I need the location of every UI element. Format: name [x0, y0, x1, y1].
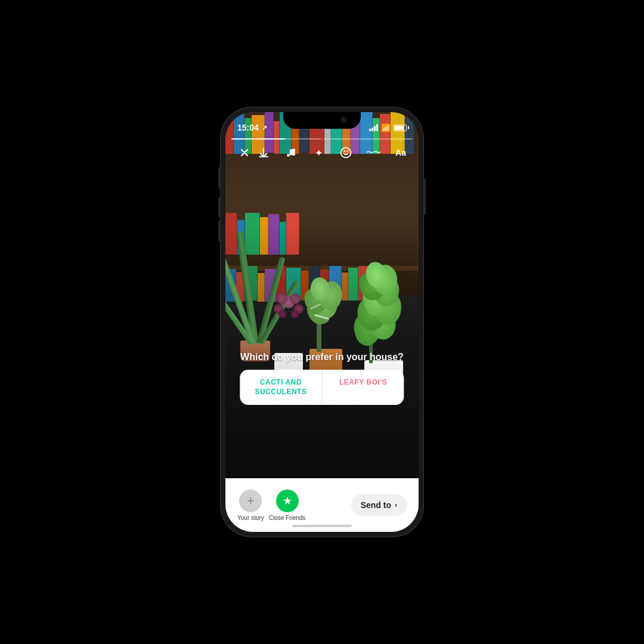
story-toolbar: ✦ 〜〜 Aa: [225, 138, 419, 167]
poll-option-1[interactable]: CACTI AND SUCCULENTS: [240, 370, 322, 405]
download-button[interactable]: [254, 143, 273, 162]
wifi-icon: 📶: [381, 123, 391, 132]
bottom-bar: + Your story ★ Close Friends Send to: [225, 478, 419, 532]
location-arrow-icon: ↗: [262, 124, 267, 132]
front-camera: [340, 117, 346, 123]
story-options: + Your story ★ Close Friends: [237, 490, 305, 521]
send-to-arrow-icon: ›: [395, 501, 397, 509]
status-time: 15:04: [237, 123, 259, 132]
your-story-option[interactable]: + Your story: [237, 490, 264, 521]
svg-point-1: [287, 154, 290, 157]
svg-point-3: [341, 148, 351, 158]
emoji-button[interactable]: [336, 143, 355, 162]
phone-device: 15:04 ↗ 📶: [221, 107, 423, 537]
status-icons: 📶: [369, 123, 407, 132]
music-button[interactable]: [281, 143, 301, 162]
your-story-avatar: +: [239, 490, 262, 512]
poll-widget: Which do you prefer in your house? CACTI…: [240, 351, 404, 405]
squiggle-button[interactable]: 〜〜: [364, 143, 383, 162]
poll-question: Which do you prefer in your house?: [240, 351, 404, 364]
story-area: ✦ 〜〜 Aa: [225, 112, 419, 478]
svg-point-2: [292, 153, 295, 156]
text-button[interactable]: Aa: [391, 143, 410, 162]
home-indicator: [292, 525, 352, 527]
send-to-label: Send to: [361, 500, 391, 510]
your-story-label: Your story: [237, 515, 264, 521]
battery-icon: [394, 125, 407, 131]
poll-option-2[interactable]: LEAFY BOI'S: [323, 370, 404, 405]
close-friends-option[interactable]: ★ Close Friends: [269, 490, 306, 521]
close-button[interactable]: [235, 143, 254, 162]
close-friends-label: Close Friends: [269, 515, 306, 521]
signal-icon: [369, 124, 378, 131]
poll-options[interactable]: CACTI AND SUCCULENTS LEAFY BOI'S: [240, 370, 404, 405]
sparkle-button[interactable]: ✦: [309, 143, 328, 162]
close-friends-avatar: ★: [276, 490, 299, 512]
send-to-button[interactable]: Send to ›: [351, 494, 407, 516]
phone-notch: [283, 112, 361, 129]
